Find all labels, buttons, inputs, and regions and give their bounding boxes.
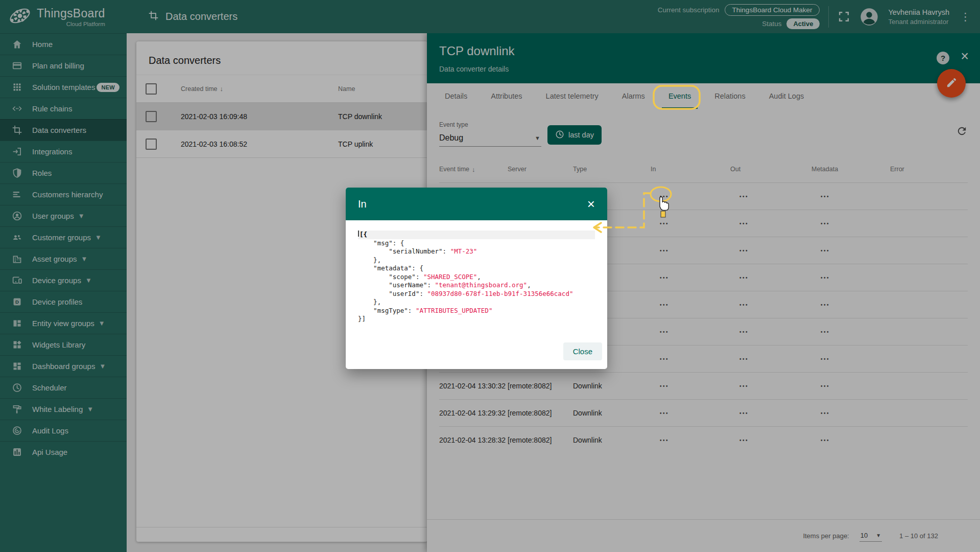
close-button[interactable]: Close <box>563 342 602 360</box>
thingsboard-app: ThingsBoard Cloud Platform Home Plan and… <box>0 0 980 552</box>
in-dialog: In × [{ "msg": { "serialNumber": "MT-23"… <box>346 188 607 369</box>
json-code: [{ "msg": { "serialNumber": "MT-23" }, "… <box>358 231 595 324</box>
in-dialog-header: In × <box>346 188 607 220</box>
close-icon[interactable]: × <box>587 197 595 211</box>
dialog-title: In <box>358 198 367 210</box>
